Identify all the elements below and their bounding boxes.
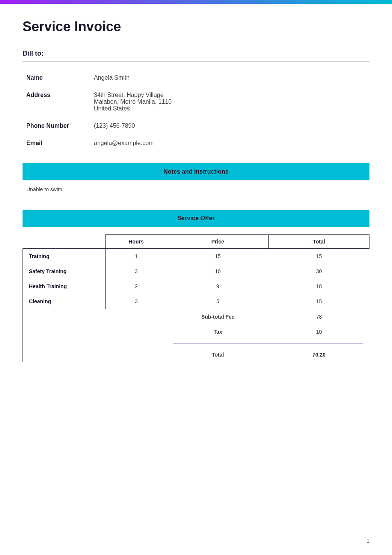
- table-row: Safety Training 3 10 30: [23, 264, 369, 279]
- tax-label: Tax: [167, 324, 269, 339]
- service-name-safety: Safety Training: [23, 264, 106, 279]
- service-total-health: 18: [268, 279, 369, 294]
- table-row: Training 1 15 15: [23, 249, 369, 264]
- bill-info-email-label: Email: [23, 135, 90, 152]
- table-row: Cleaning 3 5 15: [23, 294, 369, 309]
- service-col-hours: Hours: [106, 235, 167, 249]
- service-col-name: [23, 235, 106, 249]
- service-col-price: Price: [167, 235, 269, 249]
- tax-row: Tax 10: [23, 324, 369, 339]
- bill-info-email-value: angela@example.com: [90, 135, 369, 152]
- service-hours-safety: 3: [106, 264, 167, 279]
- service-total-safety: 30: [268, 264, 369, 279]
- service-name-cleaning: Cleaning: [23, 294, 106, 309]
- service-name-training: Training: [23, 249, 106, 264]
- service-hours-training: 1: [106, 249, 167, 264]
- service-hours-health: 2: [106, 279, 167, 294]
- service-price-safety: 10: [167, 264, 269, 279]
- service-col-total: Total: [268, 235, 369, 249]
- bill-to-section: Bill to: Name Angela Smith Address 34th …: [23, 50, 369, 152]
- service-hours-cleaning: 3: [106, 294, 167, 309]
- bill-to-divider: [23, 61, 369, 62]
- service-price-health: 9: [167, 279, 269, 294]
- divider-row: [23, 339, 369, 347]
- notes-section-header: Notes and Instructions: [23, 163, 369, 180]
- total-row: Total 70.20: [23, 347, 369, 362]
- notes-content: Unable to swim.: [23, 180, 369, 198]
- service-offer-header: Service Offer: [23, 210, 369, 227]
- subtotal-value: 78: [268, 309, 369, 324]
- service-table-wrapper: Hours Price Total Training 1 15 15 Safet…: [23, 234, 369, 362]
- service-offer-heading: Service Offer: [177, 215, 215, 221]
- subtotal-row: Sub-total Fee 78: [23, 309, 369, 324]
- bill-info-phone-label: Phone Number: [23, 117, 90, 135]
- top-bar: [0, 0, 392, 4]
- total-value: 70.20: [268, 347, 369, 362]
- bill-info-email-row: Email angela@example.com: [23, 135, 369, 152]
- tax-value: 10: [268, 324, 369, 339]
- bill-to-heading: Bill to:: [23, 50, 369, 57]
- service-price-training: 15: [167, 249, 269, 264]
- page-title: Service Invoice: [23, 19, 369, 35]
- bill-info-table: Name Angela Smith Address 34th Street, H…: [23, 69, 369, 152]
- service-price-cleaning: 5: [167, 294, 269, 309]
- bill-info-address-row: Address 34th Street, Happy VillageMalabo…: [23, 86, 369, 117]
- bill-info-name-label: Name: [23, 69, 90, 86]
- service-name-health: Health Training: [23, 279, 106, 294]
- bill-info-address-value: 34th Street, Happy VillageMalabon, Metro…: [90, 86, 369, 117]
- bill-info-name-row: Name Angela Smith: [23, 69, 369, 86]
- page-number: 1: [367, 538, 369, 544]
- table-row: Health Training 2 9 18: [23, 279, 369, 294]
- bill-info-phone-row: Phone Number (123) 456-7890: [23, 117, 369, 135]
- service-total-cleaning: 15: [268, 294, 369, 309]
- bill-info-phone-value: (123) 456-7890: [90, 117, 369, 135]
- total-label: Total: [167, 347, 269, 362]
- bill-info-name-value: Angela Smith: [90, 69, 369, 86]
- service-table-header-row: Hours Price Total: [23, 235, 369, 249]
- service-total-training: 15: [268, 249, 369, 264]
- subtotal-label: Sub-total Fee: [167, 309, 269, 324]
- service-table: Hours Price Total Training 1 15 15 Safet…: [23, 234, 369, 362]
- total-divider: [173, 343, 363, 343]
- bill-info-address-label: Address: [23, 86, 90, 117]
- notes-heading: Notes and Instructions: [163, 168, 228, 175]
